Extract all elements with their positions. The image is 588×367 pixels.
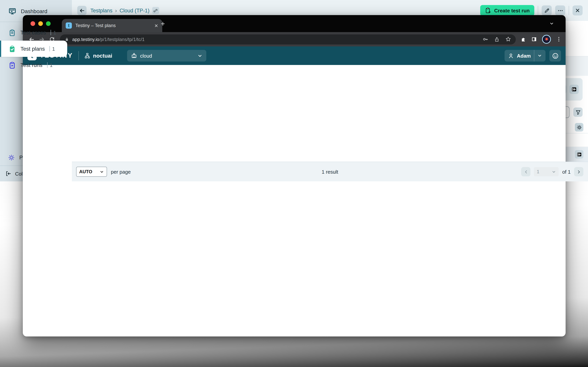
collapse-icon: [5, 171, 12, 177]
panel-open-icon: [571, 86, 577, 92]
address-bar[interactable]: app.testiny.io/p/1/testplans/tp/1/tc/1: [60, 34, 516, 44]
app-header: t TESTINY noctuai cloud Adam: [23, 46, 566, 65]
column-settings-button[interactable]: [575, 123, 583, 132]
pagination-footer: AUTO per page 1 result 1 of 1: [72, 162, 588, 181]
sidebar-item-dashboard[interactable]: Dashboard: [0, 3, 72, 19]
sidebar-item-test-runs[interactable]: Test runs 1: [0, 57, 72, 73]
desktop: t Testiny – Test plans app.testiny.io/p/…: [0, 0, 588, 367]
test-runs-count: 1: [47, 62, 53, 68]
page-of-label: of 1: [562, 169, 571, 175]
advanced-filter-button[interactable]: [573, 108, 583, 117]
query-open-panel-button[interactable]: [570, 85, 579, 94]
organization-icon: [84, 53, 90, 59]
row-open-panel-button[interactable]: [575, 150, 583, 158]
browser-tab-strip: t Testiny – Test plans: [23, 15, 566, 32]
page-size-select[interactable]: AUTO: [76, 167, 107, 177]
chevron-down-icon: [537, 53, 542, 58]
clipboard-play-plus-icon: [485, 7, 491, 14]
test-cases-clipboard-icon: [8, 29, 16, 36]
search-tabs-chevron-icon[interactable]: [549, 21, 554, 26]
browser-toolbar: app.testiny.io/p/1/testplans/tp/1/tc/1: [23, 32, 566, 46]
header-divider: [78, 51, 79, 60]
close-detail-button[interactable]: [572, 5, 583, 16]
results-count: 1 result: [72, 169, 588, 175]
feedback-button[interactable]: [549, 50, 561, 61]
sidebar-item-test-plans[interactable]: Test plans 1: [0, 41, 67, 57]
panel-open-icon: [576, 151, 582, 157]
gear-icon: [8, 154, 15, 161]
test-plans-clipboard-check-icon: [8, 45, 16, 52]
page-number-select[interactable]: 1: [534, 167, 559, 176]
browser-tab[interactable]: t Testiny – Test plans: [62, 19, 162, 32]
previous-page-button[interactable]: [521, 167, 531, 176]
organization-switcher[interactable]: noctuai: [84, 53, 113, 59]
next-page-button[interactable]: [574, 167, 583, 176]
copy-link-button[interactable]: [152, 7, 159, 14]
breadcrumb-back-button[interactable]: [77, 6, 87, 15]
user-button-divider: [534, 50, 534, 61]
url-text[interactable]: app.testiny.io/p/1/testplans/tp/1/tc/1: [72, 37, 479, 42]
more-actions-button[interactable]: [555, 5, 565, 16]
project-select[interactable]: cloud: [127, 50, 206, 61]
chevron-down-icon: [552, 170, 556, 174]
test-cases-count: 1: [51, 30, 56, 35]
sidebar-item-test-cases[interactable]: Test cases 1: [0, 24, 72, 41]
breadcrumb: Testplans › Cloud (TP-1): [90, 7, 159, 14]
project-box-icon: [131, 53, 137, 59]
project-name: cloud: [140, 53, 152, 58]
create-test-run-button[interactable]: Create test run: [480, 5, 534, 16]
password-key-icon[interactable]: [483, 36, 488, 42]
organization-name: noctuai: [93, 53, 113, 59]
per-page-label: per page: [111, 169, 131, 175]
chevron-down-icon: [100, 170, 104, 174]
action-divider: [538, 6, 538, 15]
tab-title: Testiny – Test plans: [75, 23, 151, 28]
breadcrumb-testplans-link[interactable]: Testplans: [90, 8, 113, 13]
bookmark-star-icon[interactable]: [505, 36, 511, 42]
breadcrumb-separator: ›: [115, 8, 117, 13]
action-divider: [569, 6, 569, 15]
edit-button[interactable]: [542, 5, 552, 16]
profile-avatar[interactable]: [542, 35, 551, 44]
browser-menu-icon[interactable]: [556, 36, 562, 42]
side-panel-icon[interactable]: [531, 36, 537, 42]
user-menu-button[interactable]: Adam: [505, 50, 546, 61]
user-name: Adam: [517, 53, 531, 58]
dashboard-icon: [8, 7, 16, 15]
test-plans-count: 1: [49, 46, 55, 52]
user-icon: [508, 53, 514, 58]
extensions-puzzle-icon[interactable]: [520, 36, 526, 42]
tab-close-icon[interactable]: [154, 23, 158, 28]
chevron-down-icon: [197, 53, 202, 58]
test-runs-clipboard-play-icon: [8, 61, 16, 69]
smiley-icon: [552, 52, 558, 59]
new-tab-button[interactable]: [160, 21, 165, 26]
breadcrumb-current-link[interactable]: Cloud (TP-1): [120, 8, 150, 13]
share-icon[interactable]: [494, 37, 499, 42]
